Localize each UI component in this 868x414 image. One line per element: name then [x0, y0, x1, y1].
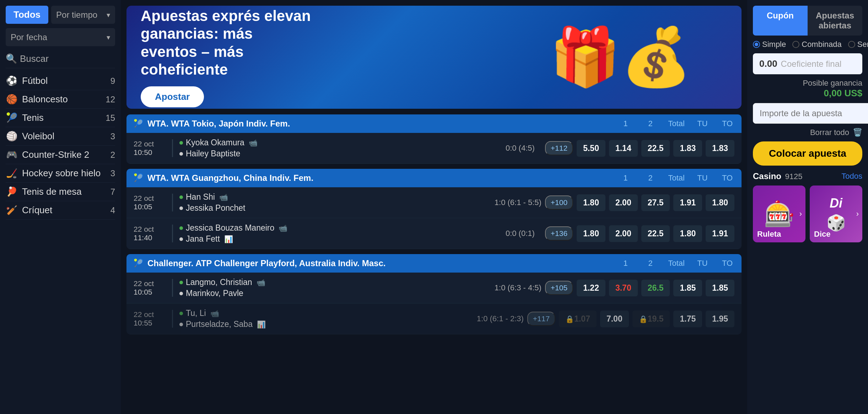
event-score: 0:0 (0:1): [499, 229, 541, 238]
total-btn[interactable]: 🔒19.5: [632, 311, 670, 327]
sidebar-item-voleibol[interactable]: 🏐 Voleibol 3: [6, 127, 115, 146]
event-divider: [172, 279, 173, 297]
time-filter-wrap: Por tiempo: [51, 6, 115, 24]
league-block-wta-guangzhou: 🎾 WTA. WTA Guangzhou, China Indiv. Fem. …: [126, 169, 742, 249]
total-btn[interactable]: 27.5: [641, 194, 670, 211]
team1-live-dot: [179, 312, 183, 315]
odd1-btn[interactable]: 1.22: [577, 280, 605, 296]
bet-type-simple[interactable]: Simple: [753, 40, 786, 49]
odds-group: 🔒1.07 7.00 🔒19.5 1.75 1.95: [559, 311, 734, 327]
colocar-apuesta-button[interactable]: Colocar apuesta: [753, 141, 862, 166]
odd1-btn[interactable]: 1.80: [577, 225, 605, 242]
odd2-btn[interactable]: 7.00: [600, 311, 629, 327]
col-label-Total: Total: [668, 119, 685, 128]
ganancia-value: 0,00 US$: [753, 88, 862, 99]
tu-btn[interactable]: 1.75: [673, 311, 702, 327]
more-bets-button[interactable]: +112: [545, 141, 573, 155]
odd1-btn[interactable]: 🔒1.07: [559, 311, 597, 327]
league-header-challenger-playford: 🎾 Challenger. ATP Challenger Playford, A…: [126, 254, 742, 273]
odds-group: 5.50 1.14 22.5 1.83 1.83: [577, 140, 734, 157]
more-bets-button[interactable]: +105: [545, 281, 573, 295]
bet-type-combinada[interactable]: Combinada: [792, 40, 842, 49]
total-btn[interactable]: 26.5: [641, 280, 670, 296]
banner-title: Apuestas exprés elevan ganancias: más ev…: [141, 7, 311, 79]
casino-game-name-ruleta: Ruleta: [757, 230, 781, 239]
sidebar-item-críquet[interactable]: 🏏 Críquet 4: [6, 201, 115, 220]
camera-icon: 📹: [257, 278, 265, 287]
event-divider: [172, 225, 173, 242]
todos-button[interactable]: Todos: [6, 6, 48, 24]
date-filter-select[interactable]: Por fecha: [6, 28, 115, 46]
event-team1: Kyoka Okamura 📹: [179, 138, 495, 147]
sport-name: Counter-Strike 2: [22, 149, 106, 160]
filter-row: Todos Por tiempo: [6, 6, 115, 24]
sport-name: Voleibol: [22, 131, 106, 142]
casino-card-ruleta[interactable]: 🎰 › Ruleta: [753, 186, 805, 242]
odd1-btn[interactable]: 1.80: [577, 194, 605, 211]
sport-icon: 🏒: [6, 168, 18, 179]
bet-type-serie[interactable]: Serie: [848, 40, 868, 49]
event-row: 22 oct 10:55 Tu, Li 📹 Purtseladze, Saba …: [126, 303, 742, 334]
sidebar-item-baloncesto[interactable]: 🏀 Baloncesto 12: [6, 90, 115, 109]
odd2-btn[interactable]: 2.00: [609, 194, 638, 211]
league-icon: 🎾: [134, 173, 143, 183]
bet-amount-input[interactable]: [753, 103, 868, 124]
sidebar-item-tenis-de-mesa[interactable]: 🏓 Tenis de mesa 7: [6, 183, 115, 201]
league-block-challenger-playford: 🎾 Challenger. ATP Challenger Playford, A…: [126, 254, 742, 334]
tu-btn[interactable]: 1.91: [673, 194, 702, 211]
col-label-2: 2: [643, 119, 658, 128]
more-bets-button[interactable]: +100: [545, 195, 573, 210]
sidebar-item-tenis[interactable]: 🎾 Tenis 15: [6, 109, 115, 127]
trash-icon[interactable]: 🗑️: [853, 128, 862, 137]
more-bets-button[interactable]: +136: [545, 226, 573, 241]
sport-name: Hockey sobre hielo: [22, 168, 106, 179]
apostar-button[interactable]: Apostar: [141, 86, 204, 107]
camera-icon: 📹: [279, 224, 287, 232]
event-row: 22 oct 11:40 Jessica Bouzas Maneiro 📹 Ja…: [126, 218, 742, 249]
event-team2: Marinkov, Pavle: [179, 289, 491, 298]
sport-icon: 🏀: [6, 94, 18, 105]
sport-name: Baloncesto: [22, 94, 101, 105]
event-teams: Han Shi 📹 Jessika Ponchet: [179, 192, 491, 213]
col-label-TO: TO: [720, 119, 734, 128]
event-hour: 11:40: [134, 233, 166, 242]
sidebar-item-counter-strike-2[interactable]: 🎮 Counter-Strike 2 2: [6, 146, 115, 164]
total-btn[interactable]: 22.5: [641, 225, 670, 242]
casino-todos-link[interactable]: Todos: [841, 172, 862, 181]
to-btn[interactable]: 1.80: [706, 194, 734, 211]
more-bets-button[interactable]: +117: [527, 312, 555, 326]
sport-icon: 🎾: [6, 112, 18, 123]
to-btn[interactable]: 1.91: [706, 225, 734, 242]
league-icon: 🎾: [134, 259, 143, 268]
col-label-TU: TU: [695, 173, 710, 183]
event-team1: Jessica Bouzas Maneiro 📹: [179, 223, 495, 233]
to-btn[interactable]: 1.95: [706, 311, 734, 327]
sport-icon: 🏐: [6, 131, 18, 142]
search-row[interactable]: 🔍 Buscar: [6, 50, 115, 68]
panel-tabs: Cupón Apuestas abiertas: [753, 6, 862, 36]
odd2-btn[interactable]: 3.70: [609, 280, 638, 296]
odd1-btn[interactable]: 5.50: [577, 140, 605, 157]
tu-btn[interactable]: 1.80: [673, 225, 702, 242]
time-filter-select[interactable]: Por tiempo: [51, 6, 115, 24]
tab-cupon[interactable]: Cupón: [753, 6, 808, 36]
casino-card-dice[interactable]: Di 🎲 Dice ›: [810, 186, 862, 242]
league-cols: 12TotalTUTO: [619, 259, 734, 268]
tu-btn[interactable]: 1.85: [673, 280, 702, 296]
odd2-btn[interactable]: 2.00: [609, 225, 638, 242]
total-btn[interactable]: 22.5: [641, 140, 670, 157]
tab-apuestas-abiertas[interactable]: Apuestas abiertas: [808, 6, 862, 36]
sport-list: ⚽ Fútbol 9 🏀 Baloncesto 12 🎾 Tenis 15 🏐 …: [6, 72, 115, 220]
sport-count: 2: [110, 150, 115, 160]
odd2-btn[interactable]: 1.14: [609, 140, 638, 157]
to-btn[interactable]: 1.83: [706, 140, 734, 157]
tu-btn[interactable]: 1.83: [673, 140, 702, 157]
event-time: 22 oct 11:40: [134, 225, 166, 242]
event-date: 22 oct: [134, 194, 166, 203]
to-btn[interactable]: 1.85: [706, 280, 734, 296]
team1-live-dot: [179, 141, 183, 145]
sidebar-item-fútbol[interactable]: ⚽ Fútbol 9: [6, 72, 115, 90]
borrar-label[interactable]: Borrar todo: [810, 128, 849, 137]
event-time: 22 oct 10:05: [134, 194, 166, 211]
sidebar-item-hockey-sobre-hielo[interactable]: 🏒 Hockey sobre hielo 3: [6, 164, 115, 183]
